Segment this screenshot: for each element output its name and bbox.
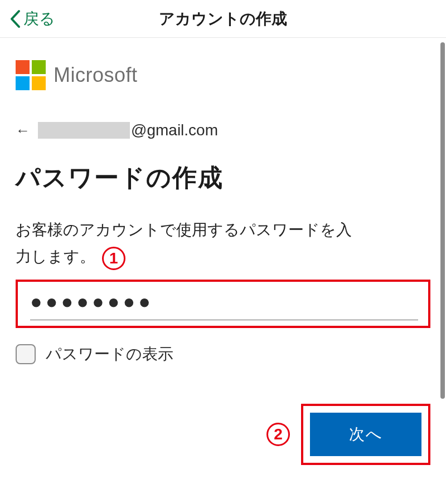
email-redacted xyxy=(38,122,130,139)
next-button-highlight: 次へ xyxy=(301,404,430,465)
navbar: 戻る アカウントの作成 xyxy=(0,0,446,38)
back-button[interactable]: 戻る xyxy=(9,8,55,30)
next-button[interactable]: 次へ xyxy=(310,413,421,456)
password-input[interactable]: ●●●●●●●● xyxy=(30,292,418,312)
description-line2: 力します。 xyxy=(16,248,95,265)
heading: パスワードの作成 xyxy=(16,162,430,194)
show-password-row[interactable]: パスワードの表示 xyxy=(16,344,430,365)
description: お客様のアカウントで使用するパスワードを入 力します。 1 xyxy=(16,217,430,270)
show-password-checkbox[interactable] xyxy=(16,344,36,364)
page-title: アカウントの作成 xyxy=(0,8,446,30)
arrow-left-icon: ← xyxy=(16,122,30,139)
email-row[interactable]: ← @gmail.com xyxy=(16,121,430,139)
description-line1: お客様のアカウントで使用するパスワードを入 xyxy=(16,221,352,238)
password-field-highlight: ●●●●●●●● xyxy=(16,280,430,328)
brand-row: Microsoft xyxy=(16,60,430,90)
show-password-label: パスワードの表示 xyxy=(46,344,173,365)
email-domain: @gmail.com xyxy=(131,121,218,139)
input-underline xyxy=(30,320,418,320)
footer-row: 2 次へ xyxy=(16,404,430,465)
annotation-step-1: 1 xyxy=(102,247,125,270)
scrollbar[interactable] xyxy=(440,42,445,399)
content: Microsoft ← @gmail.com パスワードの作成 お客様のアカウン… xyxy=(0,38,446,465)
microsoft-logo-icon xyxy=(16,60,46,90)
brand-name: Microsoft xyxy=(54,63,138,87)
back-label: 戻る xyxy=(23,8,55,30)
annotation-step-2: 2 xyxy=(266,423,290,446)
chevron-left-icon xyxy=(9,9,21,28)
